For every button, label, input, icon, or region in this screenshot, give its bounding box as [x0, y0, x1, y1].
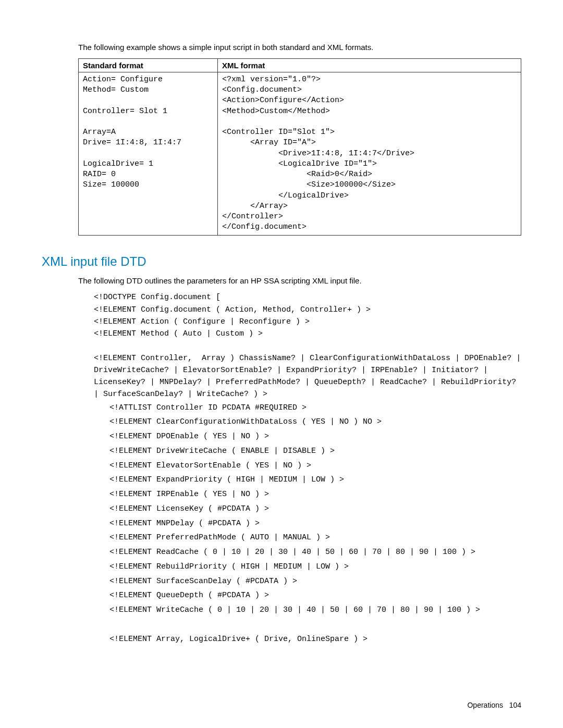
- dtd-line: <!ELEMENT WriteCache ( 0 | 10 | 20 | 30 …: [109, 603, 521, 618]
- dtd-line: <!ELEMENT ElevatorSortEnable ( YES | NO …: [109, 459, 521, 473]
- dtd-line: <!ELEMENT Array, LogicalDrive+ ( Drive, …: [109, 632, 521, 647]
- dtd-block-top: <!DOCTYPE Config.document [ <!ELEMENT Co…: [94, 291, 521, 400]
- footer-section: Operations: [467, 701, 503, 709]
- dtd-line: <!ELEMENT DPOEnable ( YES | NO ) >: [109, 429, 521, 444]
- xml-format-cell: <?xml version="1.0"?> <Config.document> …: [218, 72, 521, 235]
- dtd-line: <!ELEMENT LicenseKey ( #PCDATA ) >: [109, 502, 521, 516]
- dtd-line: <!ELEMENT ReadCache ( 0 | 10 | 20 | 30 |…: [109, 545, 521, 560]
- dtd-line: <!ELEMENT SurfaceScanDelay ( #PCDATA ) >: [109, 574, 521, 589]
- dtd-line: <!ATTLIST Controller ID PCDATA #REQUIRED…: [109, 401, 521, 415]
- format-comparison-table: Standard format XML format Action= Confi…: [78, 58, 521, 236]
- dtd-line: <!ELEMENT QueueDepth ( #PCDATA ) >: [109, 588, 521, 603]
- header-standard: Standard format: [79, 58, 218, 72]
- dtd-line: [109, 618, 521, 632]
- dtd-line: <!ELEMENT PreferredPathMode ( AUTO | MAN…: [109, 530, 521, 545]
- intro-text: The following example shows a simple inp…: [78, 42, 521, 53]
- dtd-line: <!ELEMENT ClearConfigurationWithDataLoss…: [109, 415, 521, 429]
- section-title: XML input file DTD: [42, 254, 521, 269]
- header-xml: XML format: [218, 58, 521, 72]
- dtd-line: <!ELEMENT DriveWriteCache ( ENABLE | DIS…: [109, 444, 521, 459]
- page-footer: Operations 104: [467, 701, 521, 709]
- dtd-block-indented: <!ATTLIST Controller ID PCDATA #REQUIRED…: [109, 401, 521, 647]
- section-lead: The following DTD outlines the parameter…: [78, 275, 521, 287]
- dtd-line: <!ELEMENT ExpandPriority ( HIGH | MEDIUM…: [109, 473, 521, 487]
- dtd-line: <!ELEMENT MNPDelay ( #PCDATA ) >: [109, 516, 521, 531]
- dtd-line: <!ELEMENT RebuildPriority ( HIGH | MEDIU…: [109, 560, 521, 574]
- standard-format-cell: Action= Configure Method= Custom Control…: [79, 72, 218, 235]
- footer-page-number: 104: [509, 701, 521, 709]
- dtd-line: <!ELEMENT IRPEnable ( YES | NO ) >: [109, 487, 521, 502]
